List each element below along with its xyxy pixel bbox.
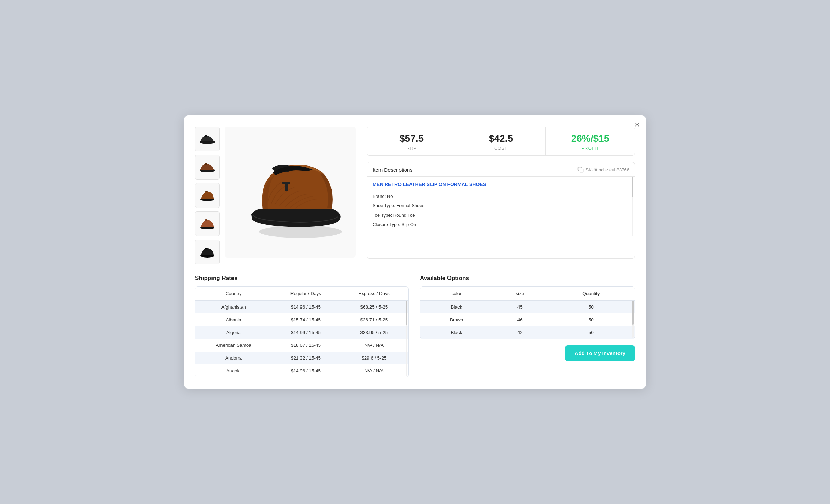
table-cell: Afghanistan: [195, 301, 272, 314]
table-row: Albania$15.74 / 15-45$36.71 / 5-25: [195, 313, 408, 326]
sku-label: SKU# nch-skub83766: [586, 167, 629, 172]
shipping-table-body: Afghanistan$14.96 / 15-45$68.25 / 5-25Al…: [195, 301, 408, 377]
svg-rect-9: [205, 248, 207, 249]
scrollbar-track: [632, 177, 633, 236]
table-cell: $14.99 / 15-45: [272, 326, 340, 339]
shipping-table-wrapper: Country Regular / Days Express / Days Af…: [195, 286, 409, 377]
col-color: color: [420, 287, 493, 301]
table-cell: American Samoa: [195, 339, 272, 352]
table-cell: 46: [493, 313, 547, 326]
table-row: American Samoa$18.67 / 15-45N/A / N/A: [195, 339, 408, 352]
table-cell: Angola: [195, 364, 272, 377]
table-cell: Brown: [420, 313, 493, 326]
scrollbar-thumb: [632, 177, 633, 197]
profit-label: PROFIT: [550, 145, 631, 151]
table-cell: 45: [493, 301, 547, 314]
col-quantity: Quantity: [547, 287, 635, 301]
table-cell: Black: [420, 326, 493, 339]
options-title: Available Options: [420, 275, 635, 282]
table-cell: $15.74 / 15-45: [272, 313, 340, 326]
right-col: $57.5 RRP $42.5 COST 26%/$15 PROFIT Item…: [367, 127, 635, 264]
table-scrollbar-thumb: [406, 301, 407, 325]
rrp-cell: $57.5 RRP: [367, 127, 456, 155]
table-row: Black4550: [420, 301, 635, 314]
options-scrollbar-thumb: [632, 301, 634, 325]
thumbnail-4[interactable]: [195, 211, 220, 236]
svg-rect-14: [580, 169, 583, 172]
item-desc-header: Item Descriptions SKU# nch-skub83766: [367, 162, 635, 177]
thumbnail-5[interactable]: [195, 240, 220, 264]
thumbnails: [195, 127, 220, 264]
product-title: MEN RETRO LEATHER SLIP ON FORMAL SHOES: [373, 181, 629, 188]
item-description-section: Item Descriptions SKU# nch-skub83766 MEN…: [367, 162, 635, 259]
table-cell: $33.95 / 5-25: [340, 326, 408, 339]
shipping-table-header: Country Regular / Days Express / Days: [195, 287, 408, 301]
svg-rect-5: [205, 191, 208, 192]
col-size: size: [493, 287, 547, 301]
price-bar: $57.5 RRP $42.5 COST 26%/$15 PROFIT: [367, 127, 635, 156]
item-desc-title: Item Descriptions: [373, 167, 413, 173]
thumbnail-3[interactable]: [195, 183, 220, 208]
left-col: [195, 127, 356, 264]
svg-rect-3: [205, 163, 207, 165]
options-table: color size Quantity Black4550Brown4650Bl…: [420, 287, 635, 339]
main-product-image: [225, 127, 356, 258]
table-cell: $14.96 / 15-45: [272, 364, 340, 377]
table-row: Andorra$21.32 / 15-45$29.6 / 5-25: [195, 352, 408, 364]
table-scrollbar: [406, 301, 407, 376]
svg-rect-12: [282, 182, 290, 184]
item-desc-body: MEN RETRO LEATHER SLIP ON FORMAL SHOES B…: [367, 177, 635, 236]
options-table-wrapper: color size Quantity Black4550Brown4650Bl…: [420, 286, 635, 339]
table-cell: $18.67 / 15-45: [272, 339, 340, 352]
brand-line: Brand: No: [373, 193, 629, 200]
svg-rect-7: [205, 219, 207, 221]
rrp-label: RRP: [371, 145, 452, 151]
table-row: Algeria$14.99 / 15-45$33.95 / 5-25: [195, 326, 408, 339]
svg-rect-1: [205, 135, 207, 137]
options-section: Available Options color size Quantity Bl…: [420, 275, 635, 377]
table-cell: 50: [547, 313, 635, 326]
table-cell: Algeria: [195, 326, 272, 339]
thumbnail-1[interactable]: [195, 127, 220, 151]
options-scrollbar: [632, 301, 634, 338]
table-cell: $68.25 / 5-25: [340, 301, 408, 314]
table-cell: 50: [547, 301, 635, 314]
table-cell: $21.32 / 15-45: [272, 352, 340, 364]
closure-type-line: Closure Type: Slip On: [373, 221, 629, 228]
shipping-section: Shipping Rates Country Regular / Days Ex…: [195, 275, 409, 377]
col-country: Country: [195, 287, 272, 301]
shipping-title: Shipping Rates: [195, 275, 409, 282]
table-cell: $14.96 / 15-45: [272, 301, 340, 314]
profit-value: 26%/$15: [550, 133, 631, 144]
sku-area: SKU# nch-skub83766: [577, 167, 629, 173]
cost-value: $42.5: [461, 133, 541, 144]
table-cell: N/A / N/A: [340, 339, 408, 352]
profit-cell: 26%/$15 PROFIT: [546, 127, 635, 155]
cost-label: COST: [461, 145, 541, 151]
shoe-type-line: Shoe Type: Formal Shoes: [373, 202, 629, 209]
shipping-table: Country Regular / Days Express / Days Af…: [195, 287, 408, 377]
cost-cell: $42.5 COST: [456, 127, 546, 155]
col-express: Express / Days: [340, 287, 408, 301]
top-section: $57.5 RRP $42.5 COST 26%/$15 PROFIT Item…: [195, 127, 635, 264]
bottom-section: Shipping Rates Country Regular / Days Ex…: [195, 275, 635, 377]
table-cell: Andorra: [195, 352, 272, 364]
thumbnail-2[interactable]: [195, 155, 220, 180]
table-row: Angola$14.96 / 15-45N/A / N/A: [195, 364, 408, 377]
table-cell: $29.6 / 5-25: [340, 352, 408, 364]
table-cell: Black: [420, 301, 493, 314]
table-cell: Albania: [195, 313, 272, 326]
table-cell: 50: [547, 326, 635, 339]
table-row: Brown4650: [420, 313, 635, 326]
col-regular: Regular / Days: [272, 287, 340, 301]
svg-point-10: [259, 225, 342, 238]
rrp-value: $57.5: [371, 133, 452, 144]
copy-icon[interactable]: [577, 167, 584, 173]
toe-type-line: Toe Type: Round Toe: [373, 212, 629, 219]
table-row: Afghanistan$14.96 / 15-45$68.25 / 5-25: [195, 301, 408, 314]
add-to-inventory-button[interactable]: Add To My Inventory: [565, 345, 635, 361]
close-button[interactable]: ×: [635, 121, 639, 129]
options-table-header: color size Quantity: [420, 287, 635, 301]
table-cell: $36.71 / 5-25: [340, 313, 408, 326]
options-table-body: Black4550Brown4650Black4250: [420, 301, 635, 339]
